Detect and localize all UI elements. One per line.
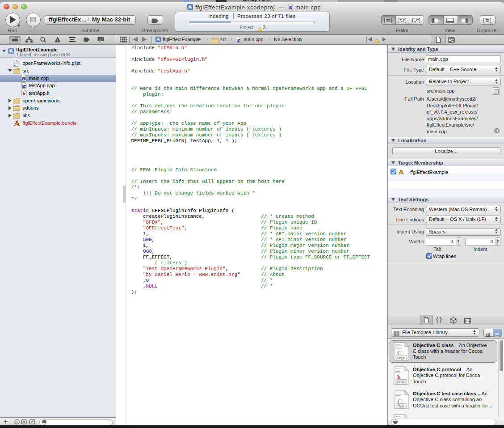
svg-text:Proto: Proto [397, 380, 405, 384]
svg-text:!: ! [376, 39, 377, 42]
svg-text:Obj-C: Obj-C [397, 356, 406, 360]
svg-text:!: ! [259, 28, 260, 31]
svg-text:h: h [23, 91, 25, 96]
svg-text:Test: Test [398, 404, 405, 408]
svg-text:C+: C+ [237, 39, 240, 42]
svg-text:C+: C+ [289, 6, 292, 9]
svg-text:!: ! [57, 38, 59, 42]
